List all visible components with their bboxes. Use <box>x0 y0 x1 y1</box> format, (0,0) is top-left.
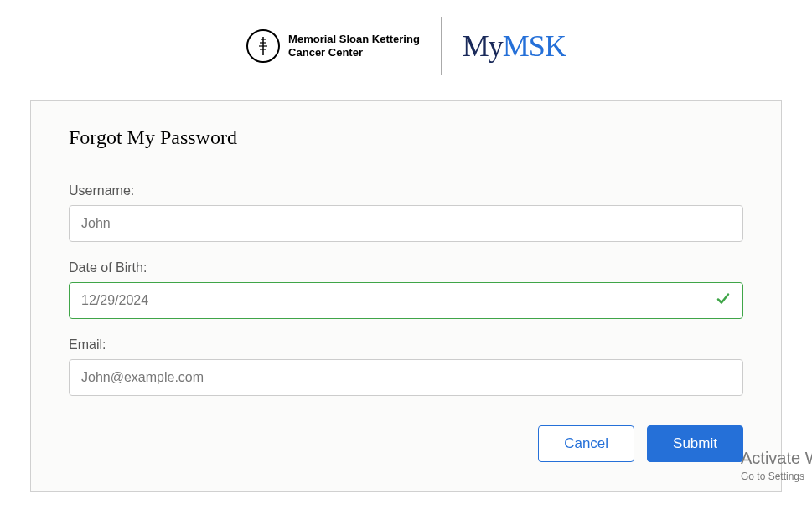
card-title: Forgot My Password <box>69 126 743 149</box>
submit-button[interactable]: Submit <box>647 425 743 462</box>
page-header: Memorial Sloan Kettering Cancer Center M… <box>0 0 812 100</box>
org-name: Memorial Sloan Kettering Cancer Center <box>288 33 420 59</box>
username-label: Username: <box>69 183 743 198</box>
brand-my: My <box>463 29 503 63</box>
email-group: Email: <box>69 337 743 396</box>
tree-icon <box>256 35 270 57</box>
windows-watermark: Activate Windows Go to Settings <box>741 446 812 484</box>
forgot-password-card: Forgot My Password Username: Date of Bir… <box>30 100 782 492</box>
button-row: Cancel Submit <box>69 425 743 462</box>
dob-label: Date of Birth: <box>69 260 743 275</box>
watermark-line2: Go to Settings <box>741 470 812 484</box>
brand-msk: MSK <box>503 29 566 63</box>
username-group: Username: <box>69 183 743 242</box>
email-input[interactable] <box>69 359 743 396</box>
cancel-button[interactable]: Cancel <box>538 425 634 462</box>
msk-logo-icon <box>246 29 280 63</box>
header-divider <box>441 17 442 75</box>
check-icon <box>715 290 732 311</box>
org-name-line2: Cancer Center <box>288 46 420 59</box>
title-divider <box>69 162 743 162</box>
email-label: Email: <box>69 337 743 352</box>
username-input[interactable] <box>69 205 743 242</box>
watermark-line1: Activate Windows <box>741 446 812 470</box>
org-name-line1: Memorial Sloan Kettering <box>288 33 420 46</box>
dob-input-wrap <box>69 282 743 319</box>
brand-logo: MyMSK <box>463 28 566 64</box>
dob-input[interactable] <box>69 282 743 319</box>
org-logo-block: Memorial Sloan Kettering Cancer Center <box>246 29 441 63</box>
dob-group: Date of Birth: <box>69 260 743 319</box>
